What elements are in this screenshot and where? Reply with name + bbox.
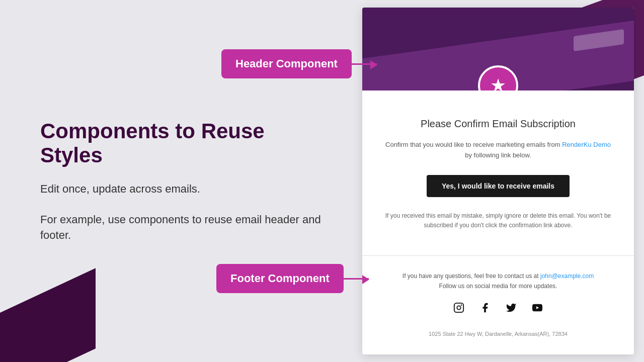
facebook-icon[interactable] xyxy=(477,300,493,316)
header-arrow-icon xyxy=(352,63,377,65)
footer-arrow-icon xyxy=(344,278,369,280)
svg-rect-0 xyxy=(454,303,463,312)
description-2: For example, use components to reuse ema… xyxy=(40,212,322,243)
footer-email-link[interactable]: john@example.com xyxy=(540,273,594,280)
email-divider xyxy=(362,255,634,256)
twitter-icon[interactable] xyxy=(503,300,519,316)
main-title: Components to Reuse Styles xyxy=(40,119,322,168)
svg-point-2 xyxy=(461,305,462,305)
footer-line2: Follow us on social media for more updat… xyxy=(439,283,557,290)
email-title: Please Confirm Email Subscription xyxy=(382,118,614,130)
renderku-link[interactable]: RenderKu Demo xyxy=(562,141,611,148)
email-description-part1: Confirm that you would like to receive m… xyxy=(385,141,562,148)
email-preview-panel: ★ Please Confirm Email Subscription Conf… xyxy=(362,8,634,354)
youtube-icon[interactable] xyxy=(529,300,545,316)
email-note: If you received this email by mistake, s… xyxy=(382,211,614,230)
description-1: Edit once, update across emails. xyxy=(40,182,322,197)
star-icon: ★ xyxy=(490,76,506,90)
email-header-light-bar xyxy=(574,29,624,51)
email-footer-text: If you have any questions, feel free to … xyxy=(382,271,614,292)
email-logo-circle: ★ xyxy=(478,65,518,90)
instagram-icon[interactable] xyxy=(451,300,467,316)
email-description-part2: by following link below. xyxy=(465,151,531,159)
email-footer-section: If you have any questions, feel free to … xyxy=(362,266,634,347)
email-description: Confirm that you would like to receive m… xyxy=(382,140,614,161)
email-address: 1025 State 22 Hwy W, Dardanelle, Arkansa… xyxy=(382,331,614,337)
footer-line1: If you have any questions, feel free to … xyxy=(403,273,540,280)
email-header-section: ★ xyxy=(362,8,634,90)
footer-component-label: Footer Component xyxy=(216,264,344,293)
confirm-email-button[interactable]: Yes, I would like to receive emails xyxy=(427,175,570,197)
header-component-label-group: Header Component xyxy=(221,49,377,78)
svg-point-1 xyxy=(457,306,460,309)
footer-component-label-group: Footer Component xyxy=(216,264,369,293)
email-body: Please Confirm Email Subscription Confir… xyxy=(362,90,634,250)
social-icons-group xyxy=(382,300,614,316)
header-component-label: Header Component xyxy=(221,49,352,78)
